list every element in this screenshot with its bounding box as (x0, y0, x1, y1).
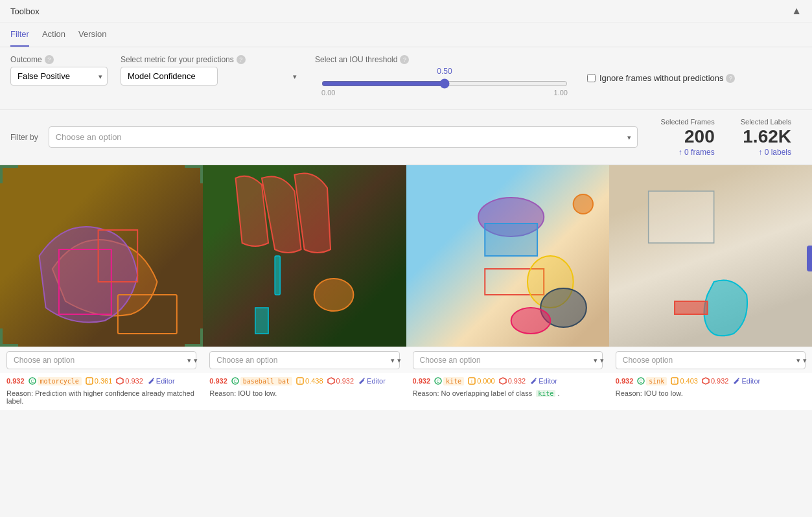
card-1-c-icon: C motorcycle (29, 377, 82, 385)
edit-icon-1 (147, 377, 155, 385)
card-3-editor-link[interactable]: Editor (529, 377, 557, 385)
image-container-4 (609, 165, 812, 347)
i-icon-1: I (86, 377, 93, 385)
card-2-score: 0.932 (209, 377, 227, 385)
svg-text:I: I (471, 379, 472, 384)
circle-c-icon-1: C (29, 377, 36, 385)
card-3-period: . (557, 389, 559, 397)
circle-c-icon-4: C (637, 377, 645, 385)
card-1-editor-link[interactable]: Editor (147, 377, 175, 385)
iou-help-icon[interactable]: ? (400, 55, 409, 64)
svg-rect-1 (99, 230, 138, 282)
card-2-reason: Reason: IOU too low. (203, 388, 406, 402)
svg-rect-10 (255, 308, 268, 334)
card-4-c-icon: C sink (637, 377, 667, 385)
card-2-dropdown[interactable]: Choose an option (209, 351, 399, 369)
card-3-dropdown-wrapper: Choose an option ▾ (406, 347, 609, 373)
tab-filter[interactable]: Filter (10, 23, 29, 47)
outcome-help-icon[interactable]: ? (45, 55, 54, 64)
card-2-i-icon: I 0.438 (296, 377, 323, 385)
image-container-2 (203, 165, 406, 347)
ignore-frames-group: Ignore frames without predictions ? (587, 73, 735, 83)
card-2-editor-link[interactable]: Editor (358, 377, 386, 385)
ignore-frames-help-icon[interactable]: ? (726, 74, 735, 83)
card-4-dropdown[interactable]: Choose option (616, 351, 806, 369)
card-1-reason-text: Reason: Prediction with higher confidenc… (6, 389, 194, 405)
toolbox-header: Toolbox ▲ (0, 0, 812, 23)
stats-section: Selected Frames 200 ↑ 0 frames Selected … (651, 118, 802, 157)
card-1-i-icon: I 0.361 (86, 377, 113, 385)
outcome-select[interactable]: False Positive True Positive False Negat… (10, 67, 108, 86)
card-1-dropdown-wrapper: Choose an option ▾ (0, 347, 203, 373)
annotations-1 (0, 165, 203, 347)
svg-text:I: I (89, 379, 90, 384)
svg-rect-2 (118, 295, 177, 334)
i-icon-4: I (671, 377, 679, 385)
iou-max: 1.00 (554, 89, 568, 97)
filter-stats-row: Filter by Choose an option ▾ Selected Fr… (0, 115, 812, 165)
toolbox-title: Toolbox (10, 6, 40, 16)
card-3-score2-group: 0.932 (499, 377, 526, 385)
collapse-button[interactable]: ▲ (791, 5, 802, 17)
edit-icon-2 (358, 377, 365, 385)
metric-select[interactable]: Model Confidence IoU F1 Score (121, 67, 218, 86)
card-1-reason: Reason: Prediction with higher confidenc… (0, 388, 203, 410)
tab-version[interactable]: Version (78, 23, 106, 47)
image-card-2: Choose an option ▾ 0.932 C baseball bat … (203, 165, 406, 410)
card-2-reason-text: Reason: IOU too low. (209, 389, 277, 397)
outcome-select-wrapper: False Positive True Positive False Negat… (10, 67, 108, 86)
annotations-4 (609, 165, 812, 347)
tab-action[interactable]: Action (42, 23, 65, 47)
card-4-editor-link[interactable]: Editor (732, 377, 760, 385)
image-container-1 (0, 165, 203, 347)
annotations-2 (203, 165, 406, 347)
ignore-frames-label[interactable]: Ignore frames without predictions ? (599, 73, 735, 83)
card-3-iou: 0.000 (477, 377, 495, 385)
edit-icon-4 (732, 377, 740, 385)
selected-frames-group: Selected Frames 200 ↑ 0 frames (661, 118, 715, 157)
hexagon-icon-1 (116, 377, 124, 385)
collapse-icon: ▲ (791, 5, 802, 16)
card-2-class: baseball bat (240, 377, 292, 385)
svg-text:C: C (30, 379, 34, 384)
card-2-meta: 0.932 C baseball bat I 0.438 0.932 Edito… (203, 373, 406, 388)
card-4-reason: Reason: IOU too low. (609, 388, 812, 402)
iou-value: 0.50 (437, 67, 452, 76)
svg-rect-9 (275, 256, 280, 295)
selected-labels-label: Selected Labels (741, 118, 791, 126)
svg-marker-34 (702, 378, 709, 384)
metric-group: Select metric for your predictions ? Mod… (121, 55, 302, 86)
card-3-meta: 0.932 C kite I 0.000 0.932 Editor (406, 373, 609, 388)
card-4-reason-text: Reason: IOU too low. (616, 389, 683, 397)
card-2-dropdown-wrapper: Choose an option ▾ (203, 347, 406, 373)
card-1-dropdown[interactable]: Choose an option (6, 351, 196, 369)
right-edge-indicator[interactable] (807, 246, 812, 271)
corner-bl-1 (0, 328, 18, 347)
card-4-iou: 0.403 (680, 377, 698, 385)
card-2-c-icon: C baseball bat (231, 377, 292, 385)
i-icon-3: I (468, 377, 476, 385)
svg-point-21 (573, 194, 592, 214)
ignore-frames-checkbox[interactable] (587, 74, 596, 82)
metric-select-wrapper: Model Confidence IoU F1 Score (121, 67, 302, 86)
i-icon-2: I (296, 377, 304, 385)
svg-point-8 (314, 279, 354, 311)
annotations-3 (406, 165, 609, 347)
images-grid: Choose an option ▾ 0.932 C motorcycle I … (0, 165, 812, 410)
card-4-score2-group: 0.932 (702, 377, 729, 385)
image-card-3: Choose an option ▾ 0.932 C kite I 0.000 … (406, 165, 609, 410)
selected-frames-label: Selected Frames (661, 118, 715, 126)
svg-marker-15 (328, 378, 334, 384)
iou-slider[interactable] (321, 78, 568, 89)
card-3-score: 0.932 (413, 377, 431, 385)
svg-rect-28 (675, 301, 708, 314)
filter-by-select[interactable]: Choose an option (49, 126, 638, 148)
card-3-reason-text: Reason: No overlapping label of class (413, 389, 533, 397)
card-1-score2: 0.932 (125, 377, 143, 385)
card-3-dropdown[interactable]: Choose an option (413, 351, 603, 369)
iou-min: 0.00 (321, 89, 335, 97)
svg-point-19 (527, 256, 573, 308)
metric-help-icon[interactable]: ? (237, 55, 246, 64)
selected-labels-change: ↑ 0 labels (758, 148, 791, 157)
svg-text:C: C (640, 379, 643, 384)
